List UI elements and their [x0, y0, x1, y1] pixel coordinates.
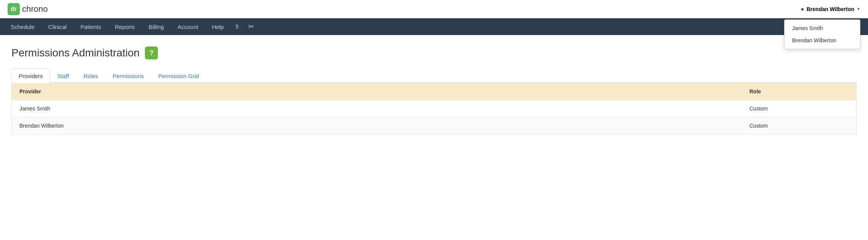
nav-item-clinical[interactable]: Clinical	[42, 18, 74, 35]
nav-item-billing[interactable]: Billing	[142, 18, 171, 35]
page-title: Permissions Administration	[11, 47, 140, 59]
cell-provider-2: Brendan Wilberton	[12, 117, 742, 134]
tab-permission-grid[interactable]: Permission Grid	[151, 69, 206, 83]
providers-table: Provider Role James Smith Custom Brendan…	[11, 83, 857, 134]
user-menu[interactable]: ● Brendan Wilberton ▼ James Smith Brenda…	[800, 6, 860, 13]
dropdown-item-james[interactable]: James Smith	[784, 22, 860, 34]
nav-bar: Schedule Clinical Patients Reports Billi…	[0, 18, 868, 35]
nav-item-schedule[interactable]: Schedule	[4, 18, 42, 35]
tabs-container: Providers Staff Roles Permissions Permis…	[11, 69, 857, 83]
col-header-provider: Provider	[12, 83, 742, 100]
dropdown-item-brendan[interactable]: Brendan Wilberton	[784, 34, 860, 46]
top-bar: dr chrono ● Brendan Wilberton ▼ James Sm…	[0, 0, 868, 18]
dropdown-arrow-icon: ▼	[857, 7, 860, 11]
table-row: James Smith Custom	[12, 100, 856, 117]
scissors-icon: ✂	[244, 22, 259, 31]
logo-icon: dr	[8, 3, 20, 15]
nav-item-account[interactable]: Account	[171, 18, 205, 35]
tab-providers[interactable]: Providers	[11, 69, 50, 83]
col-header-role: Role	[742, 83, 856, 100]
logo-text: chrono	[22, 4, 48, 14]
tab-staff[interactable]: Staff	[50, 69, 76, 83]
cell-role-2: Custom	[742, 117, 856, 134]
user-icon: ●	[800, 6, 804, 13]
cell-provider-1: James Smith	[12, 100, 742, 117]
table-row: Brendan Wilberton Custom	[12, 117, 856, 134]
tab-permissions[interactable]: Permissions	[105, 69, 151, 83]
medical-icon: ⚕	[231, 22, 244, 31]
nav-item-help[interactable]: Help	[205, 18, 231, 35]
tab-roles[interactable]: Roles	[76, 69, 105, 83]
table-header: Provider Role	[12, 83, 856, 100]
page-header: Permissions Administration ?	[11, 46, 857, 59]
nav-item-patients[interactable]: Patients	[74, 18, 108, 35]
user-name: Brendan Wilberton	[807, 6, 854, 12]
help-button[interactable]: ?	[145, 46, 158, 59]
cell-role-1: Custom	[742, 100, 856, 117]
page-content: Permissions Administration ? Providers S…	[0, 35, 868, 142]
nav-item-reports[interactable]: Reports	[108, 18, 142, 35]
user-dropdown: James Smith Brendan Wilberton	[784, 19, 860, 49]
logo-area: dr chrono	[8, 3, 48, 15]
